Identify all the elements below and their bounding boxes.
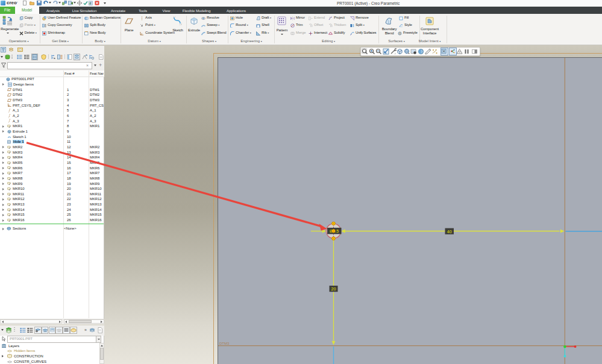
svg-text:20: 20 (331, 287, 336, 291)
svg-text:40: 40 (447, 230, 452, 234)
svg-text:DTM3: DTM3 (219, 342, 230, 345)
